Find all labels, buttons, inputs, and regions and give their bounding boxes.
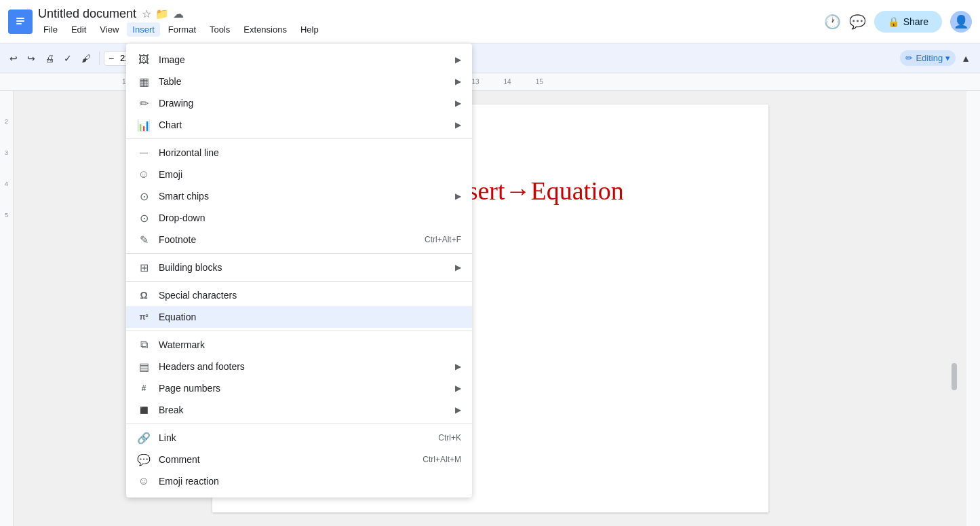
menu-item-chart[interactable]: 📊 Chart ▶: [126, 114, 472, 136]
table-menu-icon: ▦: [137, 75, 151, 88]
user-avatar[interactable]: 👤: [950, 11, 972, 33]
equation-label: Equation: [159, 312, 461, 322]
link-shortcut: Ctrl+K: [438, 433, 461, 443]
document-title-row: Untitled document ☆ 📁 ☁: [38, 7, 819, 21]
comments-button[interactable]: 💬: [849, 14, 866, 30]
menu-item-special-characters[interactable]: Ω Special characters: [126, 284, 472, 306]
share-label: Share: [903, 16, 928, 27]
link-menu-label: Link: [159, 432, 430, 443]
page-numbers-arrow: ▶: [455, 383, 461, 393]
emoji-menu-icon: ☺: [137, 168, 151, 181]
menu-item-equation[interactable]: π² Equation: [126, 306, 472, 328]
table-menu-label: Table: [159, 76, 447, 87]
menu-item-break[interactable]: ⬛ Break ▶: [126, 399, 472, 421]
watermark-icon: ⧉: [137, 338, 151, 352]
page-numbers-icon: #: [137, 381, 151, 395]
break-label: Break: [159, 405, 447, 415]
menu-insert[interactable]: Insert: [127, 22, 160, 37]
menu-help[interactable]: Help: [295, 22, 324, 37]
title-icons: ☆ 📁 ☁: [142, 7, 184, 20]
menu-item-image[interactable]: 🖼 Image ▶: [126, 49, 472, 71]
emoji-reaction-icon: ☺: [137, 474, 151, 488]
doc-title-text[interactable]: Untitled document: [38, 7, 136, 21]
print-button[interactable]: 🖨: [41, 50, 58, 67]
menu-item-horizontal-line[interactable]: — Horizontal line: [126, 142, 472, 164]
building-blocks-icon: ⊞: [137, 261, 151, 274]
smart-chips-icon: ⊙: [137, 189, 151, 203]
page-numbers-label: Page numbers: [159, 383, 447, 394]
menu-item-table[interactable]: ▦ Table ▶: [126, 71, 472, 92]
title-section: Untitled document ☆ 📁 ☁ File Edit View I…: [38, 7, 819, 37]
dropdown-chevron-icon: ▾: [945, 53, 950, 63]
special-characters-label: Special characters: [159, 290, 461, 301]
menu-extensions[interactable]: Extensions: [238, 22, 292, 37]
right-margin: [966, 91, 980, 526]
horizontal-line-icon: —: [137, 146, 151, 159]
svg-rect-2: [16, 20, 24, 22]
image-submenu-arrow: ▶: [455, 55, 461, 64]
history-button[interactable]: 🕐: [824, 14, 841, 30]
share-button[interactable]: 🔒 Share: [874, 11, 942, 33]
emoji-menu-label: Emoji: [159, 169, 461, 180]
editing-label: Editing: [916, 53, 943, 63]
break-icon: ⬛: [137, 403, 151, 417]
font-size-decrease[interactable]: −: [107, 53, 115, 64]
comment-menu-label: Comment: [159, 454, 414, 465]
title-bar: Untitled document ☆ 📁 ☁ File Edit View I…: [0, 0, 980, 43]
menu-item-drawing[interactable]: ✏ Drawing ▶: [126, 92, 472, 114]
menu-item-page-numbers[interactable]: # Page numbers ▶: [126, 377, 472, 399]
equation-icon: π²: [137, 310, 151, 324]
menu-item-smart-chips[interactable]: ⊙ Smart chips ▶: [126, 185, 472, 207]
scrollbar[interactable]: [952, 363, 957, 390]
pencil-icon: ✏: [905, 53, 913, 63]
chart-menu-icon: 📊: [137, 118, 151, 132]
menu-view[interactable]: View: [94, 22, 124, 37]
folder-icon[interactable]: 📁: [155, 7, 169, 20]
menu-file[interactable]: File: [38, 22, 63, 37]
spell-check-button[interactable]: ✓: [60, 50, 76, 67]
menu-item-building-blocks[interactable]: ⊞ Building blocks ▶: [126, 257, 472, 278]
menu-format[interactable]: Format: [163, 22, 201, 37]
headers-footers-arrow: ▶: [455, 362, 461, 371]
divider-1: [126, 138, 472, 139]
dropdown-menu-label: Drop-down: [159, 212, 461, 223]
menu-item-dropdown[interactable]: ⊙ Drop-down: [126, 207, 472, 229]
menu-item-link[interactable]: 🔗 Link Ctrl+K: [126, 427, 472, 449]
comment-shortcut: Ctrl+Alt+M: [423, 455, 461, 464]
star-icon[interactable]: ☆: [142, 7, 151, 20]
break-arrow: ▶: [455, 405, 461, 415]
undo-button[interactable]: ↩: [5, 50, 22, 67]
chart-submenu-arrow: ▶: [455, 120, 461, 130]
building-blocks-label: Building blocks: [159, 262, 447, 273]
special-characters-icon: Ω: [137, 288, 151, 302]
svg-rect-1: [16, 18, 24, 19]
horizontal-line-label: Horizontal line: [159, 147, 461, 158]
menu-item-emoji-reaction[interactable]: ☺ Emoji reaction: [126, 470, 472, 492]
collapse-toolbar-button[interactable]: ▲: [957, 50, 975, 67]
redo-button[interactable]: ↪: [23, 50, 39, 67]
menu-item-watermark[interactable]: ⧉ Watermark: [126, 334, 472, 356]
footnote-shortcut: Ctrl+Alt+F: [425, 235, 461, 244]
dropdown-menu-icon: ⊙: [137, 211, 151, 225]
divider-2: [126, 253, 472, 254]
menu-item-footnote[interactable]: ✎ Footnote Ctrl+Alt+F: [126, 229, 472, 250]
paint-format-button[interactable]: 🖌: [77, 50, 95, 67]
menu-item-headers-footers[interactable]: ▤ Headers and footers ▶: [126, 356, 472, 377]
separator-1: [99, 52, 100, 65]
building-blocks-arrow: ▶: [455, 263, 461, 272]
editing-mode-dropdown[interactable]: ✏ Editing ▾: [900, 50, 956, 66]
menu-item-emoji[interactable]: ☺ Emoji: [126, 164, 472, 185]
docs-logo: [8, 10, 33, 34]
menu-item-comment[interactable]: 💬 Comment Ctrl+Alt+M: [126, 449, 472, 470]
title-right: 🕐 💬 🔒 Share 👤: [824, 11, 972, 33]
table-submenu-arrow: ▶: [455, 77, 461, 86]
cloud-icon[interactable]: ☁: [173, 7, 184, 20]
menu-tools[interactable]: Tools: [204, 22, 235, 37]
headers-footers-label: Headers and footers: [159, 361, 447, 372]
svg-rect-3: [16, 23, 22, 24]
comment-menu-icon: 💬: [137, 453, 151, 466]
watermark-label: Watermark: [159, 339, 461, 350]
drawing-submenu-arrow: ▶: [455, 98, 461, 108]
link-menu-icon: 🔗: [137, 431, 151, 445]
menu-edit[interactable]: Edit: [66, 22, 92, 37]
